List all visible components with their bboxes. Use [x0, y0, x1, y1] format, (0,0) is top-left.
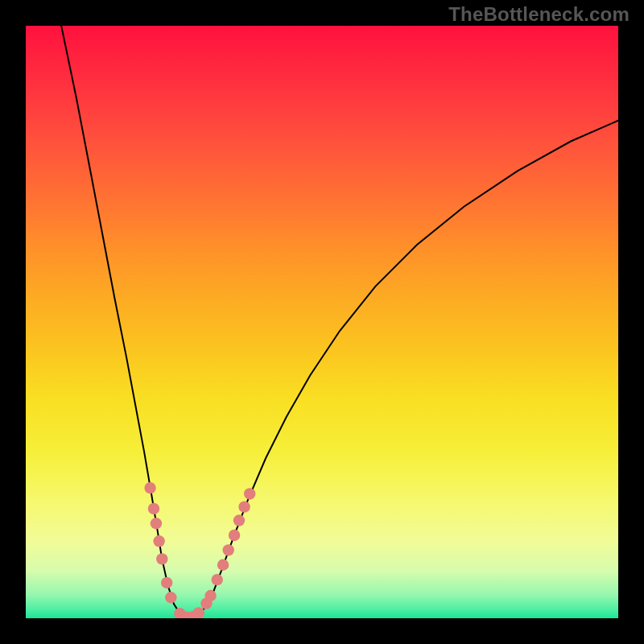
curve-right — [188, 121, 618, 618]
marker-point — [193, 607, 204, 618]
curve-left — [61, 26, 188, 618]
marker-point — [238, 501, 250, 512]
marker-point — [223, 544, 234, 555]
marker-point — [144, 482, 155, 493]
marker-point — [148, 503, 159, 514]
marker-point — [151, 518, 162, 529]
marker-point — [217, 559, 229, 571]
marker-point — [156, 553, 167, 564]
marker-point — [153, 535, 164, 547]
chart-svg — [26, 26, 618, 618]
watermark-text: TheBottleneck.com — [448, 3, 630, 26]
marker-point — [244, 488, 255, 499]
marker-point — [204, 590, 216, 601]
marker-point — [161, 577, 172, 588]
marker-point — [165, 592, 176, 603]
plot-area — [26, 26, 618, 618]
marker-point — [212, 574, 223, 585]
chart-frame: TheBottleneck.com — [0, 0, 644, 644]
marker-point — [233, 514, 245, 526]
marker-point — [229, 530, 240, 541]
